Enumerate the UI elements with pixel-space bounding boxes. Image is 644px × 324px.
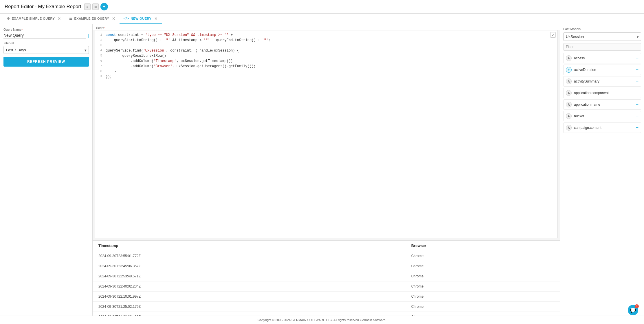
fact-add-icon[interactable]: + [636,102,639,107]
footer: Copyright © 2006-2024 GERMAIN SOFTWARE L… [0,316,644,324]
tab-close-icon[interactable]: ✕ [154,17,158,21]
table-row: 2024-09-30T23:45:06.357ZChrome [93,261,560,271]
col-timestamp: Timestamp [93,241,406,251]
main-area: Query Name* | Interval Last 7 Days Last … [0,24,644,316]
fact-name: activeDuration [574,68,635,72]
chat-icon: 💬 [630,307,636,313]
fact-add-icon[interactable]: + [636,90,639,96]
code-line-2: 2 queryStart.toString() + '"' && timesta… [95,38,557,43]
chat-bubble[interactable]: 💬 1 [628,305,638,315]
grid-icon[interactable]: ⊞ [92,3,99,10]
fact-models-label: Fact Models [563,27,641,31]
fact-name: application.name [574,102,635,107]
results-table: Timestamp Browser 2024-09-30T23:55:01.77… [93,241,560,316]
fact-name: campaign.content [574,126,635,130]
query-name-label: Query Name* [3,28,89,31]
interval-wrapper: Last 7 Days Last 30 Days Last 24 Hours C… [3,46,89,54]
code-editor[interactable]: ⤢ 1 const constraint = 'type == "UX Sess… [95,30,558,238]
fact-item[interactable]: #activeDuration+ [563,65,641,75]
results-area: Timestamp Browser 2024-09-30T23:55:01.77… [93,240,560,316]
tab-example-es-query[interactable]: ☰ EXAMPLE ES QUERY ✕ [65,14,120,24]
table-row: 2024-09-30T22:53:49.571ZChrome [93,271,560,281]
fact-name: access [574,56,635,60]
fact-list: Aaccess+#activeDuration+AactivitySummary… [563,53,641,313]
query-name-input[interactable] [3,32,86,39]
tab-label: NEW QUERY [131,17,151,20]
fact-item[interactable]: Aaccess+ [563,53,641,63]
code-line-8: 8 } [95,69,557,74]
fact-item[interactable]: Abucket+ [563,111,641,121]
code-line-5: 5 queryResult.nextRow() [95,54,557,59]
tab-close-icon[interactable]: ✕ [112,17,115,21]
tab-bar: ⚙ EXAMPLE SIMPLE QUERY ✕ ☰ EXAMPLE ES QU… [0,14,644,24]
code-lines: 1 const constraint = 'type == "UX Sessio… [95,30,557,82]
interval-select[interactable]: Last 7 Days Last 30 Days Last 24 Hours C… [3,46,89,54]
tab-example-simple-query[interactable]: ⚙ EXAMPLE SIMPLE QUERY ✕ [3,14,65,24]
add-button[interactable]: + [100,3,108,10]
fact-add-icon[interactable]: + [636,114,639,119]
table-row: 2024-09-30T22:40:02.234ZChrome [93,281,560,292]
code-line-4: 4 queryService.find('UxSession', constra… [95,48,557,54]
footer-text: Copyright © 2006-2024 GERMAIN SOFTWARE L… [258,318,386,322]
table-row: 2024-09-30T22:10:01.997ZChrome [93,292,560,302]
code-line-9: 9 }); [95,74,557,80]
code-line-3: 3 [95,43,557,48]
fact-add-icon[interactable]: + [636,79,639,84]
fact-type-badge: A [566,78,572,84]
tab-new-query[interactable]: </> NEW QUERY ✕ [120,14,162,24]
fact-item[interactable]: Aapplication.name+ [563,99,641,110]
refresh-preview-button[interactable]: REFRESH PREVIEW [3,57,89,67]
results-header-row: Timestamp Browser [93,241,560,251]
tab-close-icon[interactable]: ✕ [58,17,61,21]
code-icon: </> [124,17,129,21]
left-panel: Query Name* | Interval Last 7 Days Last … [0,24,93,316]
col-browser: Browser [406,241,560,251]
fact-item[interactable]: AactivitySummary+ [563,76,641,87]
fullscreen-icon[interactable]: ⤢ [550,32,556,38]
tab-label: EXAMPLE ES QUERY [74,17,109,20]
interval-label: Interval [3,41,89,45]
fact-add-icon[interactable]: + [636,67,639,72]
gear-icon: ⚙ [7,17,10,21]
fact-name: bucket [574,114,635,118]
code-line-6: 6 .addColumn("Timestamp", uxSession.getT… [95,59,557,64]
fact-type-badge: A [566,125,572,131]
tab-label: EXAMPLE SIMPLE QUERY [12,17,55,20]
page-title: Report Editor - My Example Report [5,4,81,10]
fact-type-badge: A [566,55,572,61]
fact-name: activitySummary [574,79,635,83]
app-header: Report Editor - My Example Report ≡ ⊞ + [0,0,644,14]
fact-name: application.component [574,91,635,95]
code-line-1: 1 const constraint = 'type == "UX Sessio… [95,33,557,38]
code-line-7: 7 .addColumn("Browser", uxSession.getUse… [95,64,557,69]
fact-item[interactable]: Aapplication.component+ [563,88,641,98]
right-panel: Fact Models UxSession ▾ Aaccess+#activeD… [560,24,644,316]
table-row: 2024-09-30T21:20:02.426ZChrome [93,312,560,316]
header-icons: ≡ ⊞ + [84,3,108,10]
query-name-edit-icon[interactable]: | [88,33,89,38]
table-row: 2024-09-30T21:25:02.179ZChrome [93,302,560,312]
list-icon[interactable]: ≡ [84,3,91,10]
script-results-panel: Script* ⤢ 1 const constraint = 'type == … [93,24,560,316]
fact-models-select-wrapper: UxSession ▾ [563,32,641,41]
fact-type-badge: A [566,113,572,119]
db-icon: ☰ [69,17,73,21]
fact-add-icon[interactable]: + [636,56,639,61]
fact-type-badge: A [566,90,572,96]
fact-type-badge: A [566,102,572,107]
fact-type-badge: # [566,67,572,73]
fact-add-icon[interactable]: + [636,125,639,130]
table-row: 2024-09-30T23:55:01.772ZChrome [93,251,560,261]
fact-filter-input[interactable] [563,43,641,51]
fact-models-select[interactable]: UxSession [563,32,641,41]
script-header: Script* [93,24,560,30]
chat-notification-badge: 1 [635,304,639,308]
fact-item[interactable]: Acampaign.content+ [563,122,641,133]
